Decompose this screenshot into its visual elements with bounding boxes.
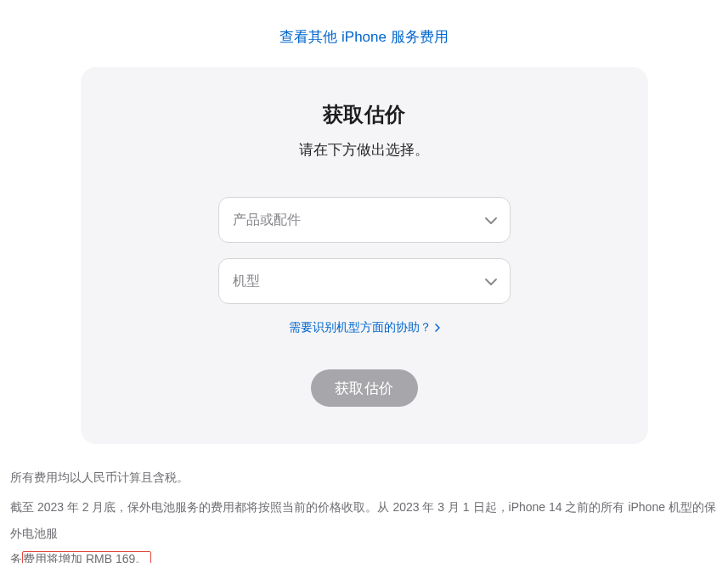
card-subtitle: 请在下方做出选择。 <box>132 140 597 160</box>
get-estimate-button[interactable]: 获取估价 <box>311 369 418 407</box>
model-select-placeholder: 机型 <box>233 273 260 290</box>
model-select[interactable]: 机型 <box>218 258 511 304</box>
footer-notes: 所有费用均以人民币计算且含税。 截至 2023 年 2 月底，保外电池服务的费用… <box>0 444 728 563</box>
price-increase-highlight: 费用将增加 RMB 169。 <box>22 551 151 563</box>
help-link-label: 需要识别机型方面的协助？ <box>289 320 432 335</box>
identify-model-help-link[interactable]: 需要识别机型方面的协助？ <box>289 320 440 335</box>
product-select[interactable]: 产品或配件 <box>218 197 511 243</box>
card-title: 获取估价 <box>132 101 597 128</box>
other-services-link[interactable]: 查看其他 iPhone 服务费用 <box>279 29 448 45</box>
chevron-right-icon <box>435 324 440 332</box>
help-link-container: 需要识别机型方面的协助？ <box>132 319 597 335</box>
footer-note-2-prefix: 务 <box>10 552 22 563</box>
top-link-container: 查看其他 iPhone 服务费用 <box>0 0 728 67</box>
footer-note-2-part1: 截至 2023 年 2 月底，保外电池服务的费用都将按照当前的价格收取。从 20… <box>10 500 716 540</box>
product-select-placeholder: 产品或配件 <box>233 211 301 229</box>
footer-note-1: 所有费用均以人民币计算且含税。 <box>10 464 718 491</box>
footer-note-2: 截至 2023 年 2 月底，保外电池服务的费用都将按照当前的价格收取。从 20… <box>10 494 718 563</box>
model-select-wrapper: 机型 <box>218 258 511 304</box>
estimate-card: 获取估价 请在下方做出选择。 产品或配件 机型 需要识别机型方面的协助？ 获取估… <box>81 67 648 444</box>
product-select-wrapper: 产品或配件 <box>218 197 511 243</box>
